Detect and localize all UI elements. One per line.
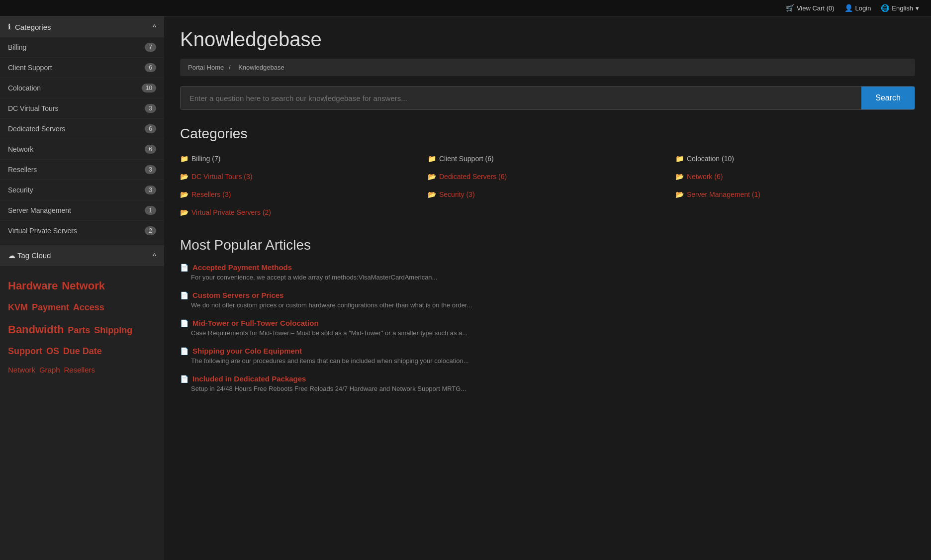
folder-open-icon: 📂 bbox=[180, 190, 188, 198]
language-nav-item[interactable]: 🌐 English ▾ bbox=[881, 4, 919, 12]
sidebar-item-billing[interactable]: Billing 7 bbox=[0, 37, 164, 58]
sidebar-item-network[interactable]: Network 6 bbox=[0, 139, 164, 160]
tag-kvm[interactable]: KVM bbox=[8, 302, 28, 312]
sidebar-categories-header: ℹ Categories ^ bbox=[0, 16, 164, 37]
sidebar-item-colocation[interactable]: Colocation 10 bbox=[0, 78, 164, 98]
sidebar-badge-billing: 7 bbox=[145, 43, 156, 52]
search-button[interactable]: Search bbox=[861, 87, 915, 109]
category-resellers[interactable]: 📂 Resellers (3) bbox=[180, 187, 420, 201]
collapse-icon[interactable]: ^ bbox=[153, 23, 156, 31]
document-icon: 📄 bbox=[180, 375, 188, 383]
sidebar-item-label: Colocation bbox=[8, 84, 41, 92]
sidebar-item-vps[interactable]: Virtual Private Servers 2 bbox=[0, 221, 164, 241]
article-title-accepted-payment[interactable]: 📄 Accepted Payment Methods bbox=[180, 263, 915, 272]
tag-network2[interactable]: Network bbox=[8, 366, 35, 374]
folder-open-icon: 📂 bbox=[180, 173, 188, 181]
sidebar-badge-vps: 2 bbox=[145, 226, 156, 235]
category-label: Server Management (1) bbox=[687, 190, 760, 198]
article-title-text: Custom Servers or Prices bbox=[192, 291, 283, 299]
tag-support[interactable]: Support bbox=[8, 346, 42, 356]
article-excerpt: Case Requirements for Mid-Tower:– Must b… bbox=[180, 329, 915, 337]
user-icon: 👤 bbox=[844, 4, 853, 12]
tag-access[interactable]: Access bbox=[73, 302, 104, 312]
tag-cloud-collapse-icon[interactable]: ^ bbox=[153, 252, 156, 260]
article-title-shipping-colo[interactable]: 📄 Shipping your Colo Equipment bbox=[180, 347, 915, 355]
document-icon: 📄 bbox=[180, 347, 188, 355]
sidebar-badge-dc-virtual-tours: 3 bbox=[145, 104, 156, 113]
cart-nav-item[interactable]: 🛒 View Cart (0) bbox=[786, 4, 835, 12]
folder-open-icon: 📂 bbox=[428, 173, 436, 181]
breadcrumb: Portal Home / Knowledgebase bbox=[180, 59, 915, 76]
tag-bandwidth[interactable]: Bandwidth bbox=[8, 323, 64, 336]
login-label: Login bbox=[855, 4, 871, 12]
sidebar-item-label: Security bbox=[8, 186, 33, 194]
tag-network[interactable]: Network bbox=[62, 280, 105, 292]
login-nav-item[interactable]: 👤 Login bbox=[844, 4, 871, 12]
sidebar-item-label: Client Support bbox=[8, 64, 52, 72]
sidebar-badge-colocation: 10 bbox=[142, 84, 156, 93]
chevron-down-icon: ▾ bbox=[916, 4, 919, 12]
sidebar-item-label: Dedicated Servers bbox=[8, 125, 65, 133]
sidebar-item-label: Virtual Private Servers bbox=[8, 227, 77, 235]
category-billing: 📁 Billing (7) bbox=[180, 152, 420, 166]
page-title: Knowledgebase bbox=[180, 28, 915, 51]
tag-graph[interactable]: Graph bbox=[39, 366, 60, 374]
sidebar-item-security[interactable]: Security 3 bbox=[0, 180, 164, 200]
category-vps[interactable]: 📂 Virtual Private Servers (2) bbox=[180, 205, 420, 219]
category-label: Security (3) bbox=[439, 190, 475, 198]
main-layout: ℹ Categories ^ Billing 7 Client Support … bbox=[0, 16, 931, 560]
folder-icon: 📁 bbox=[428, 155, 436, 163]
article-title-custom-servers[interactable]: 📄 Custom Servers or Prices bbox=[180, 291, 915, 299]
category-security[interactable]: 📂 Security (3) bbox=[428, 187, 667, 201]
tag-due-date[interactable]: Due Date bbox=[63, 346, 102, 356]
tag-parts[interactable]: Parts bbox=[68, 325, 90, 335]
folder-icon: 📁 bbox=[180, 155, 188, 163]
search-input[interactable] bbox=[181, 87, 861, 109]
tag-cloud-section: ☁ Tag Cloud ^ Hardware Network KVM Payme… bbox=[0, 245, 164, 386]
category-server-management[interactable]: 📂 Server Management (1) bbox=[675, 187, 915, 201]
sidebar-item-label: Resellers bbox=[8, 166, 37, 174]
article-title-mid-tower[interactable]: 📄 Mid-Tower or Full-Tower Colocation bbox=[180, 319, 915, 327]
category-label: Dedicated Servers (6) bbox=[439, 173, 507, 181]
tag-resellers[interactable]: Resellers bbox=[64, 366, 95, 374]
category-network[interactable]: 📂 Network (6) bbox=[675, 170, 915, 184]
article-title-text: Accepted Payment Methods bbox=[192, 263, 292, 272]
tag-cloud-title: Tag Cloud bbox=[17, 251, 51, 260]
sidebar: ℹ Categories ^ Billing 7 Client Support … bbox=[0, 16, 164, 560]
category-colocation: 📁 Colocation (10) bbox=[675, 152, 915, 166]
sidebar-item-server-management[interactable]: Server Management 1 bbox=[0, 200, 164, 221]
tag-hardware[interactable]: Hardware bbox=[8, 280, 58, 292]
category-dedicated-servers[interactable]: 📂 Dedicated Servers (6) bbox=[428, 170, 667, 184]
folder-open-icon: 📂 bbox=[180, 208, 188, 216]
article-title-text: Included in Dedicated Packages bbox=[192, 374, 306, 383]
tag-payment[interactable]: Payment bbox=[32, 302, 69, 312]
articles-heading: Most Popular Articles bbox=[180, 237, 915, 253]
sidebar-item-resellers[interactable]: Resellers 3 bbox=[0, 160, 164, 180]
article-title-dedicated-packages[interactable]: 📄 Included in Dedicated Packages bbox=[180, 374, 915, 383]
sidebar-badge-client-support: 6 bbox=[145, 63, 156, 72]
sidebar-item-label: DC Virtual Tours bbox=[8, 104, 58, 112]
breadcrumb-home[interactable]: Portal Home bbox=[188, 64, 224, 71]
tag-shipping[interactable]: Shipping bbox=[94, 325, 132, 335]
category-label: DC Virtual Tours (3) bbox=[191, 173, 252, 181]
article-excerpt: We do not offer custom prices or custom … bbox=[180, 301, 915, 309]
article-item: 📄 Accepted Payment Methods For your conv… bbox=[180, 263, 915, 281]
sidebar-item-client-support[interactable]: Client Support 6 bbox=[0, 58, 164, 78]
sidebar-badge-security: 3 bbox=[145, 186, 156, 194]
sidebar-categories-section: ℹ Categories ^ Billing 7 Client Support … bbox=[0, 16, 164, 241]
search-bar: Search bbox=[180, 86, 915, 110]
article-item: 📄 Included in Dedicated Packages Setup i… bbox=[180, 374, 915, 392]
sidebar-item-label: Network bbox=[8, 145, 33, 153]
category-label: Billing (7) bbox=[191, 155, 220, 163]
article-excerpt: For your convenience, we accept a wide a… bbox=[180, 274, 915, 281]
article-title-text: Mid-Tower or Full-Tower Colocation bbox=[192, 319, 319, 327]
category-dc-virtual-tours[interactable]: 📂 DC Virtual Tours (3) bbox=[180, 170, 420, 184]
categories-heading: Categories bbox=[180, 126, 915, 142]
main-content: Knowledgebase Portal Home / Knowledgebas… bbox=[164, 16, 931, 560]
sidebar-item-dc-virtual-tours[interactable]: DC Virtual Tours 3 bbox=[0, 98, 164, 119]
articles-list: 📄 Accepted Payment Methods For your conv… bbox=[180, 263, 915, 392]
sidebar-categories-title: Categories bbox=[15, 23, 51, 31]
categories-grid: 📁 Billing (7) 📁 Client Support (6) 📁 Col… bbox=[180, 152, 915, 219]
tag-os[interactable]: OS bbox=[46, 346, 59, 356]
sidebar-item-dedicated-servers[interactable]: Dedicated Servers 6 bbox=[0, 119, 164, 139]
